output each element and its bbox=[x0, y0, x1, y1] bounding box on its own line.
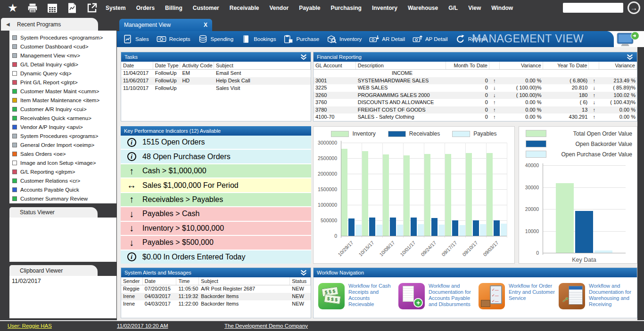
task-row[interactable]: 11/04/2017FollowUpEMEmail Sent bbox=[121, 70, 311, 77]
recent-program-item[interactable]: Customer Summary Review bbox=[9, 194, 116, 203]
collapse-arrow-icon[interactable]: ◀ bbox=[6, 22, 10, 27]
tab-management-view[interactable]: Management View X bbox=[119, 19, 212, 31]
column-header-date-type[interactable]: Date Type bbox=[153, 62, 181, 69]
recent-program-item[interactable]: System Procedures <programs> bbox=[9, 131, 116, 140]
kpi-item[interactable]: ↓Payables > Cash bbox=[121, 207, 311, 220]
task-row[interactable]: 11/06/2017FollowUpHDHelp Desk Call bbox=[121, 77, 311, 85]
financial-row[interactable]: 3225WEB SALES0↓( 100.00)%20.810↓( 85.89)… bbox=[314, 84, 637, 92]
column-header-status[interactable]: Status bbox=[290, 277, 311, 285]
toolbar-button-spending[interactable]: Spending bbox=[198, 34, 234, 44]
recent-program-item[interactable]: Sales Orders <oe> bbox=[9, 149, 116, 158]
column-header-date[interactable]: Date bbox=[143, 277, 177, 285]
kpi-item[interactable]: ↓Inventory > $10,000,000 bbox=[121, 222, 311, 235]
remote-desktop-icon[interactable] bbox=[616, 31, 640, 47]
menu-vendor[interactable]: Vendor bbox=[269, 5, 289, 11]
column-header-gl-account[interactable]: GL Account bbox=[314, 62, 356, 69]
column-header-month-to-date[interactable]: Month To Date bbox=[446, 62, 489, 69]
recent-program-item[interactable]: Item Master Maintenance <item> bbox=[9, 96, 116, 105]
recent-program-item[interactable]: G/L Reporting <glrpm> bbox=[9, 167, 116, 176]
toolbar-button-sales[interactable]: Sales bbox=[123, 34, 149, 44]
financial-row[interactable]: 3001SYSTEM/HARDWARE SALES0↑0.00 %( 6.806… bbox=[314, 77, 637, 85]
toolbar-button-purchase[interactable]: Purchase bbox=[283, 34, 319, 44]
column-header-subject[interactable]: Subject bbox=[199, 277, 290, 285]
menu-receivable[interactable]: Receivable bbox=[230, 5, 259, 11]
export-icon[interactable] bbox=[85, 2, 99, 14]
recent-program-item[interactable]: Vendor A/P Inquiry <apvi> bbox=[9, 122, 116, 131]
menu-view[interactable]: View bbox=[468, 5, 481, 11]
collapse-chevron-icon[interactable] bbox=[626, 54, 634, 60]
menu-window[interactable]: Window bbox=[491, 5, 513, 11]
recent-program-item[interactable]: Customer Relations <cr> bbox=[9, 176, 116, 185]
column-header-year-to-date[interactable]: Year To Date bbox=[543, 62, 589, 69]
collapse-chevron-icon[interactable] bbox=[300, 54, 307, 60]
statusbar-company[interactable]: The Development Demo Company bbox=[224, 323, 308, 329]
financial-row[interactable]: 3260PROGRAMMIMG SALES 20000↓( 100.00)%18… bbox=[314, 92, 637, 99]
toolbar-button-ap-detail[interactable]: AP Detail bbox=[413, 34, 448, 44]
financial-row[interactable]: 4100-70SALES - Safety Clothing0↑0.00 %43… bbox=[314, 113, 637, 121]
menu-system[interactable]: System bbox=[106, 5, 126, 11]
recent-program-item[interactable]: G/L Detail Inquiry <gldi> bbox=[9, 60, 116, 69]
recent-program-item[interactable]: System Procedures <programsm> bbox=[9, 33, 116, 42]
toolbar-button-ar-detail[interactable]: AR Detail bbox=[369, 34, 405, 44]
alert-row[interactable]: Reggie07/20/201511:05:50A/R Post Registe… bbox=[121, 285, 311, 293]
menu-purchasing[interactable]: Purchasing bbox=[331, 5, 362, 11]
go-arrow-button[interactable]: → bbox=[627, 1, 640, 14]
column-header-description[interactable]: Description bbox=[356, 62, 446, 69]
column-header-date[interactable]: Date bbox=[121, 62, 153, 69]
recent-program-item[interactable]: Management View <mv> bbox=[9, 51, 116, 60]
menu-customer[interactable]: Customer bbox=[193, 5, 219, 11]
recent-program-item[interactable]: Dynamic Query <dq> bbox=[9, 69, 116, 78]
kpi-item[interactable]: i1515 Open Orders bbox=[121, 136, 311, 149]
status-viewer-tab[interactable]: Status Viewer bbox=[9, 207, 98, 218]
menu-g-l[interactable]: G/L bbox=[448, 5, 458, 11]
menu-inventory[interactable]: Inventory bbox=[372, 5, 397, 11]
recent-program-item[interactable]: Accounts Payable Quick bbox=[9, 185, 116, 194]
toolbar-button-reciepts[interactable]: Reciepts bbox=[157, 34, 190, 44]
task-row[interactable]: 11/10/2017FollowUpSales Visit bbox=[121, 85, 311, 92]
recent-programs-tab[interactable]: ◀ Recent Programs bbox=[1, 18, 98, 31]
financial-row[interactable]: 3760DISCOUNTS AND ALLOWANCE0↑0.00 %( 6)↓… bbox=[314, 99, 637, 106]
recent-program-item[interactable]: Print G/L Report <glrpt> bbox=[9, 78, 116, 87]
column-header-activity-code[interactable]: Activity Code bbox=[180, 62, 214, 69]
menu-payable[interactable]: Payable bbox=[299, 5, 320, 11]
column-header-variance[interactable]: Variance bbox=[500, 62, 543, 69]
kpi-item[interactable]: ↔Sales $1,000,000 For Period bbox=[121, 178, 311, 192]
financial-row[interactable]: 3780FREIGHT COST OF GOODS0↑0.00 %13↑0.00… bbox=[314, 106, 637, 114]
toolbar-button-inventory[interactable]: Inventory bbox=[327, 34, 362, 44]
statusbar-datetime[interactable]: 11/02/2017 10:20 AM bbox=[117, 323, 168, 329]
column-header-subject[interactable]: Subject bbox=[214, 62, 311, 69]
alert-row[interactable]: Irene04/03/201711:19:32Backorder ItemsNE… bbox=[121, 293, 311, 300]
menu-billing[interactable]: Billing bbox=[165, 5, 182, 11]
toolbar-button-bookings[interactable]: Bookings bbox=[241, 34, 276, 44]
print-icon[interactable] bbox=[25, 2, 40, 14]
recent-program-item[interactable]: General Order Import <oeimp> bbox=[9, 140, 116, 149]
tab-close-icon[interactable]: X bbox=[204, 22, 207, 28]
column-header-variance[interactable]: Variance bbox=[599, 62, 637, 69]
workflow-item[interactable]: +Workflow and Documentation for Accounts… bbox=[398, 283, 475, 309]
collapse-chevron-icon[interactable] bbox=[300, 270, 307, 276]
recent-program-item[interactable]: Customer A/R Inquiry <cui> bbox=[9, 105, 116, 113]
recent-program-item[interactable]: Image and Icon Setup <image> bbox=[9, 158, 116, 167]
kpi-item[interactable]: i48 Open Purchase Orders bbox=[121, 150, 311, 163]
workflow-item[interactable]: $ $ $$ $ $Workflow for Cash Receipts and… bbox=[318, 283, 395, 309]
report-icon[interactable] bbox=[65, 2, 79, 14]
statusbar-user[interactable]: User: Reggie HAS bbox=[8, 323, 52, 329]
recent-program-item[interactable]: Customer Dashboard <cud> bbox=[9, 42, 116, 51]
alert-row[interactable]: Irene04/03/201711:22:00Backorder ItemsNE… bbox=[121, 300, 311, 308]
recent-program-item[interactable]: Receivables Quick <armenu> bbox=[9, 113, 116, 122]
calendar-icon[interactable] bbox=[45, 2, 59, 14]
menu-warehouse[interactable]: Warehouse bbox=[408, 5, 438, 11]
kpi-item[interactable]: ↑Receivables > Payables bbox=[121, 193, 311, 206]
kpi-item[interactable]: ↑Cash > $1,000,000 bbox=[121, 164, 311, 178]
kpi-item[interactable]: ↓Payables > $500,000 bbox=[121, 236, 311, 249]
global-search-input[interactable] bbox=[563, 3, 623, 13]
favorites-star-icon[interactable]: ★ bbox=[6, 2, 20, 14]
workflow-item[interactable]: ✓—✓—✓—Workflow for Order Entry and Custo… bbox=[479, 283, 555, 309]
workflow-item[interactable]: →Workflow and Documentation for Warehous… bbox=[559, 283, 635, 309]
column-header-time[interactable]: Time bbox=[176, 277, 199, 285]
menu-orders[interactable]: Orders bbox=[136, 5, 155, 11]
clipboard-viewer-tab[interactable]: Clipboard Viewer bbox=[9, 265, 98, 276]
column-header-spacer[interactable] bbox=[589, 62, 599, 69]
recent-program-item[interactable]: Customer Master Maint <cumm> bbox=[9, 87, 116, 96]
column-header-sender[interactable]: Sender bbox=[121, 277, 143, 285]
